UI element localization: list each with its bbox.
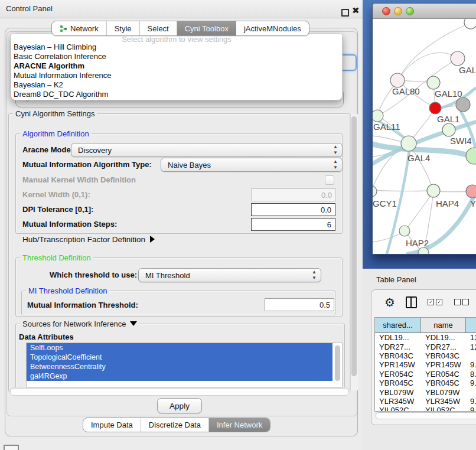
horizontal-scrollbar[interactable]	[9, 387, 350, 395]
stepper-arrows-icon: ▲▼	[312, 269, 317, 281]
network-graph: GALGAL80GAL10GAL1SWI4GAL11GAL4GCY1HAP4YH…	[373, 19, 476, 254]
data-attribute-item[interactable]: gal4RGexp	[27, 371, 332, 381]
table-row[interactable]: YER054CYER054C8.	[375, 370, 476, 379]
table-cell: YIL052C	[421, 406, 466, 412]
tab-discretize-data[interactable]: Discretize Data	[141, 418, 209, 432]
dpi-tolerance-field[interactable]: 0.0	[251, 203, 335, 216]
tab-infer-network[interactable]: Infer Network	[209, 418, 270, 432]
network-node-swi4[interactable]	[442, 123, 455, 136]
network-node-y[interactable]	[466, 185, 476, 198]
table-row[interactable]: YPR145WYPR145W9.	[375, 360, 476, 369]
algorithm-option[interactable]: Bayesian – K2	[14, 80, 340, 90]
table-row[interactable]: YBL079WYBL079W	[375, 387, 476, 396]
control-panel: Control Panel ✖ Network Style Select Cyn…	[0, 0, 363, 450]
table-row[interactable]: YBR043CYBR043C	[375, 351, 476, 360]
data-attributes-list[interactable]: SelfLoopsTopologicalCoefficientBetweenne…	[26, 343, 343, 387]
tab-cyni-toolbox[interactable]: Cyni Toolbox	[177, 21, 236, 35]
node-label: GAL	[459, 65, 476, 75]
mi-type-combo[interactable]: Naive Bayes ▲▼	[161, 158, 343, 172]
table-row[interactable]: YIL052CYIL052C9	[375, 406, 476, 412]
kernel-width-field[interactable]: 0.0	[251, 188, 336, 201]
network-node[interactable]	[466, 148, 476, 164]
tab-jactivemnodules[interactable]: jActiveMNodules	[236, 21, 309, 35]
columns-icon[interactable]	[406, 296, 417, 308]
tab-select[interactable]: Select	[140, 21, 177, 35]
close-icon[interactable]: ✖	[352, 5, 360, 16]
aracne-mode-value: Discovery	[78, 146, 112, 155]
network-window-titlebar[interactable]	[373, 4, 476, 19]
table-row[interactable]: YLR345WYLR345W9.	[375, 397, 476, 406]
network-node-gcy1[interactable]	[373, 186, 377, 197]
column-header-shared-name[interactable]: shared...	[375, 318, 421, 332]
network-node-gal1[interactable]	[429, 102, 441, 114]
table-panel: Table Panel ⚙ ✓✓ shared... name A YDL19.…	[363, 269, 476, 450]
apply-button[interactable]: Apply	[157, 398, 202, 413]
control-panel-titlebar: Control Panel ✖	[0, 0, 363, 18]
algorithm-option[interactable]: Basic Correlation Inference	[14, 52, 340, 61]
settings-scrollbar[interactable]	[350, 114, 358, 390]
select-all-columns-icon[interactable]: ✓✓	[428, 299, 442, 305]
tab-network-label: Network	[70, 24, 99, 33]
network-node[interactable]	[456, 97, 470, 112]
table-row[interactable]: YBR045CYBR045C9.	[375, 379, 476, 387]
float-window-icon[interactable]	[341, 9, 349, 17]
network-node[interactable]	[464, 19, 476, 29]
tab-impute-data[interactable]: Impute Data	[83, 418, 141, 432]
column-header-name[interactable]: name	[421, 318, 466, 332]
hub-definition-toggle[interactable]: Hub/Transcription Factor Definition	[22, 235, 155, 244]
node-label: Y	[470, 198, 476, 208]
floating-widget-fragment[interactable]	[4, 445, 19, 450]
node-table[interactable]: shared... name A YDL19...YDL19...13YDR27…	[374, 317, 476, 412]
data-attribute-item[interactable]: BetweennessCentrality	[27, 362, 332, 371]
tab-style[interactable]: Style	[107, 21, 140, 35]
table-row[interactable]: YDR27...YDR27...12	[375, 342, 476, 351]
network-node-hap2[interactable]	[399, 226, 410, 236]
attr-items: SelfLoopsTopologicalCoefficientBetweenne…	[27, 343, 342, 381]
table-cell: YLR345W	[421, 397, 466, 406]
manual-kernel-checkbox[interactable]	[325, 175, 334, 185]
algorithm-definition-title: Algorithm Definition	[20, 129, 92, 138]
unselect-all-columns-icon[interactable]	[454, 299, 469, 305]
mi-threshold-label: Mutual Information Threshold:	[27, 301, 138, 309]
table-cell: 13	[466, 333, 476, 342]
gear-icon[interactable]: ⚙	[384, 295, 395, 309]
tab-network[interactable]: Network	[52, 21, 107, 35]
close-traffic-light[interactable]	[382, 7, 390, 15]
algorithm-popup: Select algorithm to view settings Bayesi…	[11, 34, 343, 100]
column-header-partial[interactable]: A	[466, 318, 476, 332]
data-attribute-item[interactable]: TopologicalCoefficient	[27, 353, 332, 362]
algorithm-option[interactable]: Mutual Information Inference	[14, 71, 340, 80]
table-rows: YDL19...YDL19...13YDR27...YDR27...12YBR0…	[375, 333, 476, 412]
algorithm-option[interactable]: Dream8 DC_TDC Algorithm	[14, 90, 340, 99]
network-canvas[interactable]: GALGAL80GAL10GAL1SWI4GAL11GAL4GCY1HAP4YH…	[373, 19, 476, 254]
mi-threshold-field[interactable]: 0.5	[265, 298, 334, 311]
table-row[interactable]: YDL19...YDL19...13	[375, 333, 476, 342]
table-header: shared... name A	[375, 318, 476, 333]
data-attribute-item[interactable]: SelfLoops	[27, 343, 332, 353]
network-node-hap4[interactable]	[427, 184, 440, 197]
aracne-mode-combo[interactable]: Discovery ▲▼	[71, 143, 343, 157]
network-icon	[60, 25, 67, 32]
table-cell: YPR145W	[375, 360, 421, 369]
network-node-gal80[interactable]	[390, 73, 405, 87]
table-horizontal-scrollbar[interactable]	[374, 412, 476, 419]
mi-steps-field[interactable]: 6	[251, 218, 335, 231]
table-cell: 9.	[466, 360, 476, 369]
algorithm-option[interactable]: Bayesian – Hill Climbing	[14, 43, 340, 52]
network-node-gal[interactable]	[451, 51, 465, 66]
attr-list-scrollbar[interactable]	[334, 344, 341, 384]
network-node-gal4[interactable]	[401, 136, 416, 151]
sources-title[interactable]: Sources for Network Inference	[20, 319, 139, 328]
algorithm-option[interactable]: ARACNE Algorithm	[14, 61, 340, 71]
network-view-window[interactable]: GALGAL80GAL10GAL1SWI4GAL11GAL4GCY1HAP4YH…	[372, 3, 476, 255]
minimize-traffic-light[interactable]	[394, 7, 402, 15]
mi-steps-label: Mutual Information Steps:	[22, 220, 117, 229]
network-node-gal10[interactable]	[427, 76, 440, 89]
table-cell: YIL052C	[375, 406, 421, 412]
zoom-traffic-light[interactable]	[406, 7, 414, 15]
network-node-gal11[interactable]	[373, 110, 383, 122]
which-threshold-combo[interactable]: MI Threshold ▲▼	[138, 268, 321, 282]
network-edge	[406, 191, 433, 230]
table-cell: YBR045C	[375, 379, 421, 387]
bottom-tabbar: Impute Data Discretize Data Infer Networ…	[83, 418, 270, 432]
